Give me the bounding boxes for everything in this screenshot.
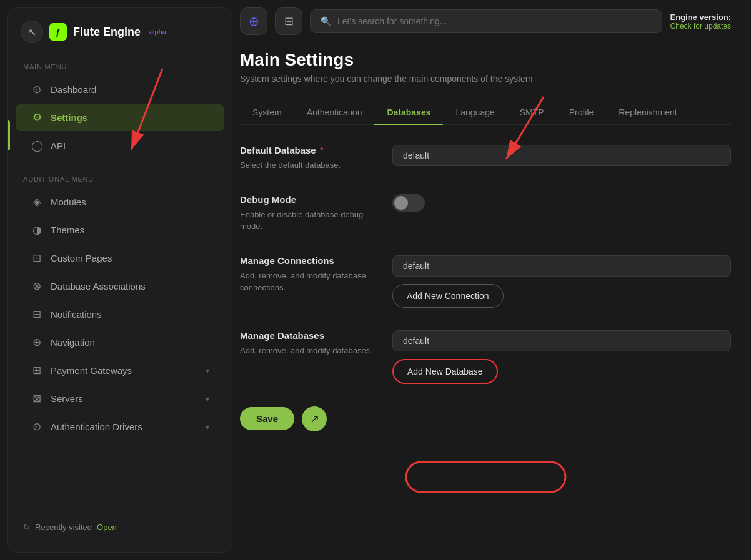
chevron-down-icon-auth: ▾ (206, 423, 209, 431)
dashboard-label: Dashboard (51, 84, 96, 95)
sidebar-item-servers[interactable]: ⊠ Servers ▾ (16, 385, 224, 412)
app-name: Flute Engine (73, 26, 141, 39)
save-button[interactable]: Save (240, 407, 294, 430)
modules-icon: ◈ (31, 195, 43, 209)
external-link-button[interactable]: ↗ (302, 406, 327, 431)
search-bar[interactable]: 🔍 (310, 9, 662, 33)
payment-gateways-label: Payment Gateways (51, 365, 132, 376)
sidebar: ↖ ƒ Flute Engine alpha Main Menu ⊙ Dashb… (7, 7, 232, 553)
add-new-database-button[interactable]: Add New Database (392, 359, 498, 384)
sidebar-item-database-associations[interactable]: ⊗ Database Associations (16, 273, 224, 300)
main-menu-label: Main Menu (8, 58, 232, 76)
manage-databases-row: Manage Databases Add, remove, and modify… (240, 330, 731, 384)
default-database-row: Default Database * Select the default da… (240, 145, 731, 172)
payment-gateways-icon: ⊞ (31, 364, 43, 377)
engine-version-label: Engine version: (670, 12, 731, 22)
default-database-value: default (392, 145, 731, 166)
manage-databases-desc: Add, remove, and modify databases. (240, 345, 377, 357)
refresh-icon: ↻ (23, 523, 30, 532)
manage-connections-desc: Add, remove, and modify database connect… (240, 270, 377, 294)
sidebar-footer: ↻ Recently visited Open (8, 515, 232, 539)
sidebar-item-navigation[interactable]: ⊕ Navigation (16, 329, 224, 356)
notifications-label: Notifications (51, 309, 102, 320)
tab-authentication[interactable]: Authentication (294, 101, 375, 125)
tab-language[interactable]: Language (443, 101, 507, 125)
required-marker: * (317, 145, 324, 155)
settings-tabs: System Authentication Databases Language… (240, 101, 731, 125)
databases-value: default (392, 330, 731, 351)
external-link-icon: ↗ (310, 412, 319, 426)
manage-connections-label: Manage Connections (240, 255, 377, 266)
dashboard-icon: ⊙ (31, 83, 43, 96)
settings-icon: ⚙ (31, 111, 43, 124)
back-button[interactable]: ↖ (21, 21, 43, 43)
custom-pages-label: Custom Pages (51, 253, 112, 263)
search-icon: 🔍 (321, 16, 331, 26)
app-tag: alpha (149, 28, 166, 36)
navigation-label: Navigation (51, 337, 95, 348)
bookmark-button[interactable]: ⊟ (275, 7, 302, 35)
db-associations-label: Database Associations (51, 281, 146, 292)
debug-mode-row: Debug Mode Enable or disable database de… (240, 194, 731, 233)
sidebar-item-settings[interactable]: ⚙ Settings (16, 104, 224, 131)
manage-connections-row: Manage Connections Add, remove, and modi… (240, 255, 731, 308)
additional-menu-label: Additional Menu (8, 170, 232, 188)
themes-label: Themes (51, 225, 84, 235)
api-label: API (51, 140, 66, 151)
logo-area: ↖ ƒ Flute Engine alpha (8, 21, 232, 58)
navigation-icon: ⊕ (31, 336, 43, 349)
engine-version-area: Engine version: Check for updates (670, 12, 731, 31)
bookmark-icon: ⊟ (284, 14, 294, 28)
tab-profile[interactable]: Profile (557, 101, 607, 125)
page-subtitle: System settings where you can change the… (240, 74, 731, 84)
main-content: ⊕ ⊟ 🔍 Engine version: Check for updates … (240, 0, 751, 560)
tab-replenishment[interactable]: Replenishment (606, 101, 689, 125)
chevron-down-icon-servers: ▾ (206, 395, 209, 403)
sidebar-item-dashboard[interactable]: ⊙ Dashboard (16, 76, 224, 103)
servers-label: Servers (51, 393, 83, 404)
default-database-label: Default Database * (240, 145, 377, 155)
page-content: Main Settings System settings where you … (240, 50, 744, 553)
open-link[interactable]: Open (97, 523, 117, 532)
search-input[interactable] (337, 16, 652, 26)
sidebar-item-notifications[interactable]: ⊟ Notifications (16, 301, 224, 328)
auth-drivers-icon: ⊙ (31, 420, 43, 433)
sidebar-item-modules[interactable]: ◈ Modules (16, 189, 224, 215)
api-icon: ◯ (31, 139, 43, 152)
save-row: Save ↗ (240, 406, 731, 431)
tab-databases[interactable]: Databases (374, 101, 443, 125)
logo-icon: ƒ (49, 23, 67, 41)
notifications-icon: ⊟ (31, 308, 43, 321)
sidebar-item-custom-pages[interactable]: ⊡ Custom Pages (16, 245, 224, 272)
connections-value: default (392, 255, 731, 277)
settings-label: Settings (51, 112, 87, 123)
sidebar-item-themes[interactable]: ◑ Themes (16, 217, 224, 243)
manage-databases-label: Manage Databases (240, 330, 377, 341)
page-title: Main Settings (240, 50, 731, 70)
sidebar-item-auth-drivers[interactable]: ⊙ Authentication Drivers ▾ (16, 413, 224, 440)
themes-icon: ◑ (31, 224, 43, 237)
chevron-down-icon: ▾ (206, 366, 209, 375)
discord-icon: ⊕ (249, 14, 259, 29)
sidebar-item-payment-gateways[interactable]: ⊞ Payment Gateways ▾ (16, 357, 224, 384)
modules-label: Modules (51, 197, 86, 207)
discord-button[interactable]: ⊕ (240, 7, 267, 35)
default-database-desc: Select the default database. (240, 159, 377, 172)
add-new-connection-button[interactable]: Add New Connection (392, 284, 504, 308)
toggle-thumb (394, 196, 408, 210)
sidebar-item-api[interactable]: ◯ API (16, 132, 224, 159)
tab-smtp[interactable]: SMTP (507, 101, 557, 125)
topbar: ⊕ ⊟ 🔍 Engine version: Check for updates (240, 7, 744, 35)
debug-mode-label: Debug Mode (240, 194, 377, 205)
custom-pages-icon: ⊡ (31, 252, 43, 265)
tab-system[interactable]: System (240, 101, 294, 125)
debug-mode-toggle[interactable] (392, 194, 425, 212)
servers-icon: ⊠ (31, 392, 43, 405)
db-associations-icon: ⊗ (31, 280, 43, 293)
check-updates-link[interactable]: Check for updates (670, 22, 731, 31)
recently-visited-label: Recently visited (35, 523, 92, 532)
auth-drivers-label: Authentication Drivers (51, 421, 142, 432)
debug-mode-desc: Enable or disable database debug mode. (240, 209, 377, 233)
divider (23, 165, 217, 165)
